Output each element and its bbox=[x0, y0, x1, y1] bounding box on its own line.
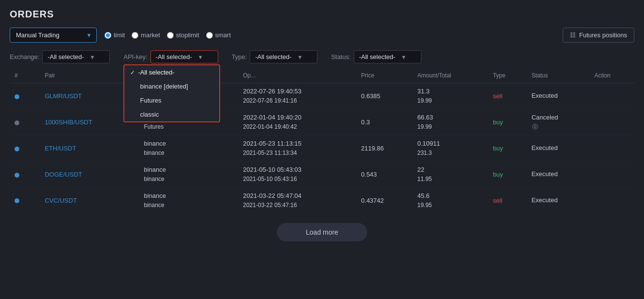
status-dot bbox=[15, 94, 19, 99]
orders-table: # Pair Exchange/API key Op... Price Amou… bbox=[10, 68, 634, 213]
cell-type: buy bbox=[488, 135, 527, 161]
apikey-chevron-icon: ▼ bbox=[198, 54, 203, 60]
exchange-chevron-icon: ▼ bbox=[90, 54, 95, 60]
cell-exchange-apikey: binance binance bbox=[139, 187, 239, 213]
exchange-select-button[interactable]: -All selected- ▼ bbox=[42, 50, 110, 63]
apikey-filter-group: API-key: -All selected- ▼ ✓ -All selecte… bbox=[123, 50, 218, 63]
cell-dates: 2021-05-10 05:43:03 2021-05-10 05:43:16 bbox=[238, 161, 356, 187]
page-title: ORDERS bbox=[10, 9, 634, 20]
help-icon[interactable]: ⓪ bbox=[532, 123, 584, 131]
cell-pair: ETH/USDT bbox=[40, 135, 139, 161]
futures-positions-button[interactable]: ☷ Futures positions bbox=[563, 28, 634, 43]
table-row: GLMR/USDT binance classic 2022-07-26 19:… bbox=[10, 83, 634, 109]
cell-action bbox=[589, 187, 634, 213]
cell-price: 0.6385 bbox=[356, 83, 412, 109]
status-dot bbox=[15, 120, 19, 125]
cell-exchange-apikey: binance binance bbox=[139, 135, 239, 161]
cell-amount-total: 45.6 19.95 bbox=[412, 187, 488, 213]
pair-link[interactable]: GLMR/USDT bbox=[45, 92, 82, 100]
check-icon: ✓ bbox=[130, 69, 135, 76]
col-type: Type bbox=[488, 68, 527, 83]
cell-dates: 2021-05-23 11:13:15 2021-05-23 11:13:34 bbox=[238, 135, 356, 161]
cell-pair: DOGE/USDT bbox=[40, 161, 139, 187]
cell-status: Canceled ⓪ bbox=[526, 109, 589, 135]
toolbar: Manual Trading Bot Trading ▼ limit marke… bbox=[10, 28, 634, 43]
radio-limit[interactable]: limit bbox=[105, 31, 125, 39]
cell-index bbox=[10, 187, 40, 213]
cell-type: sell bbox=[488, 83, 527, 109]
apikey-label: API-key: bbox=[123, 53, 147, 60]
status-dot bbox=[15, 173, 19, 178]
col-action: Action bbox=[589, 68, 634, 83]
filters-row: Exchange: -All selected- ▼ API-key: -All… bbox=[10, 50, 634, 63]
exchange-filter-group: Exchange: -All selected- ▼ bbox=[10, 50, 110, 63]
apikey-select-button[interactable]: -All selected- ▼ bbox=[150, 50, 218, 63]
radio-market[interactable]: market bbox=[132, 31, 160, 39]
cell-index bbox=[10, 135, 40, 161]
type-select-button[interactable]: -All selected- ▼ bbox=[250, 50, 317, 63]
col-amount-total: Amount/Total bbox=[412, 68, 488, 83]
radio-smart[interactable]: smart bbox=[206, 31, 231, 39]
cell-dates: 2022-01-04 19:40:20 2022-01-04 19:40:42 bbox=[238, 109, 356, 135]
table-row: DOGE/USDT binance binance 2021-05-10 05:… bbox=[10, 161, 634, 187]
cell-price: 0.3 bbox=[356, 109, 412, 135]
pair-link[interactable]: CVC/USDT bbox=[45, 197, 76, 204]
col-price: Price bbox=[356, 68, 412, 83]
orders-page: ORDERS Manual Trading Bot Trading ▼ limi… bbox=[0, 0, 644, 255]
cell-action bbox=[589, 161, 634, 187]
cell-type: buy bbox=[488, 161, 527, 187]
cell-amount-total: 66.63 19.99 bbox=[412, 109, 488, 135]
futures-icon: ☷ bbox=[570, 31, 576, 39]
cell-index bbox=[10, 109, 40, 135]
type-label: Type: bbox=[232, 53, 247, 60]
cell-type: buy bbox=[488, 109, 527, 135]
load-more-row: Load more bbox=[10, 213, 634, 246]
load-more-button[interactable]: Load more bbox=[277, 223, 367, 241]
col-status: Status bbox=[526, 68, 589, 83]
trading-mode-select[interactable]: Manual Trading Bot Trading bbox=[10, 28, 97, 43]
col-hash: # bbox=[10, 68, 40, 83]
pair-link[interactable]: 1000SHIB/USDT bbox=[45, 119, 92, 126]
status-label: Status: bbox=[331, 53, 350, 60]
order-type-group: limit market stoplimit smart bbox=[105, 31, 231, 39]
status-select-button[interactable]: -All selected- ▼ bbox=[354, 50, 421, 63]
cell-amount-total: 31.3 19.99 bbox=[412, 83, 488, 109]
cell-type: sell bbox=[488, 187, 527, 213]
cell-dates: 2021-03-22 05:47:04 2021-03-22 05:47:16 bbox=[238, 187, 356, 213]
exchange-label: Exchange: bbox=[10, 53, 39, 60]
table-header-row: # Pair Exchange/API key Op... Price Amou… bbox=[10, 68, 634, 83]
cell-price: 2119.86 bbox=[356, 135, 412, 161]
cell-exchange-apikey: binance binance bbox=[139, 161, 239, 187]
apikey-dropdown-menu: ✓ -All selected- binance [deleted] Futur… bbox=[123, 64, 220, 122]
status-chevron-icon: ▼ bbox=[401, 54, 406, 60]
apikey-option-futures[interactable]: Futures bbox=[124, 93, 219, 107]
type-filter-group: Type: -All selected- ▼ bbox=[232, 50, 318, 63]
cell-price: 0.43742 bbox=[356, 187, 412, 213]
cell-price: 0.543 bbox=[356, 161, 412, 187]
table-row: CVC/USDT binance binance 2021-03-22 05:4… bbox=[10, 187, 634, 213]
cell-action bbox=[589, 109, 634, 135]
apikey-option-binance-deleted[interactable]: binance [deleted] bbox=[124, 79, 219, 93]
cell-action bbox=[589, 135, 634, 161]
cell-status: Executed bbox=[526, 83, 589, 109]
cell-action bbox=[589, 83, 634, 109]
status-dot bbox=[15, 147, 19, 151]
col-open: Op... bbox=[238, 68, 356, 83]
cell-index bbox=[10, 161, 40, 187]
cell-dates: 2022-07-26 19:40:53 2022-07-26 19:41:16 bbox=[238, 83, 356, 109]
trading-mode-wrapper: Manual Trading Bot Trading ▼ bbox=[10, 28, 97, 43]
table-row: ETH/USDT binance binance 2021-05-23 11:1… bbox=[10, 135, 634, 161]
status-filter-group: Status: -All selected- ▼ bbox=[331, 50, 421, 63]
apikey-option-all-selected[interactable]: ✓ -All selected- bbox=[124, 65, 219, 79]
type-chevron-icon: ▼ bbox=[298, 54, 303, 60]
apikey-option-classic[interactable]: classic bbox=[124, 107, 219, 121]
status-dot bbox=[15, 198, 19, 203]
radio-stoplimit[interactable]: stoplimit bbox=[167, 31, 199, 39]
cell-amount-total: 0.10911 231.3 bbox=[412, 135, 488, 161]
cell-status: Executed bbox=[526, 135, 589, 161]
pair-link[interactable]: DOGE/USDT bbox=[45, 171, 82, 178]
pair-link[interactable]: ETH/USDT bbox=[45, 145, 76, 152]
cell-index bbox=[10, 83, 40, 109]
cell-amount-total: 22 11.95 bbox=[412, 161, 488, 187]
table-row: 1000SHIB/USDT binance_futures Futures 20… bbox=[10, 109, 634, 135]
